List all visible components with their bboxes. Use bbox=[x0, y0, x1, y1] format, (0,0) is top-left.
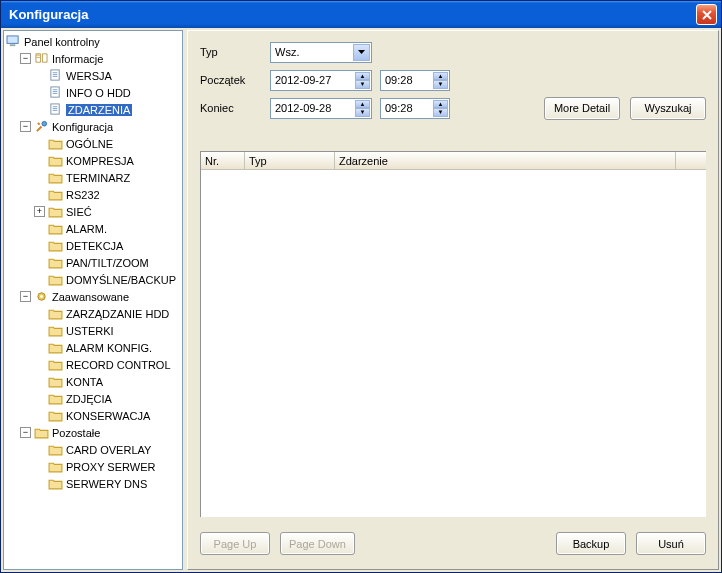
tree-domyslne-label: DOMYŚLNE/BACKUP bbox=[66, 274, 176, 286]
tree-rs232[interactable]: RS232 bbox=[34, 186, 180, 203]
tree-card-overlay[interactable]: CARD OVERLAY bbox=[34, 441, 180, 458]
spinner-buttons[interactable]: ▲▼ bbox=[355, 72, 370, 89]
tree-konta-label: KONTA bbox=[66, 376, 103, 388]
chevron-down-icon[interactable] bbox=[353, 44, 370, 61]
row-koniec: Koniec 2012-09-28 ▲▼ 09:28 ▲▼ More Detai… bbox=[200, 97, 706, 119]
folder-icon bbox=[48, 256, 63, 269]
tree-usterki[interactable]: USTERKI bbox=[34, 322, 180, 339]
tree-kompresja[interactable]: KOMPRESJA bbox=[34, 152, 180, 169]
close-button[interactable] bbox=[696, 4, 717, 25]
more-detail-button[interactable]: More Detail bbox=[544, 97, 620, 120]
chevron-down-icon[interactable]: ▼ bbox=[433, 80, 448, 89]
col-nr[interactable]: Nr. bbox=[201, 152, 245, 169]
tools-icon bbox=[34, 120, 49, 133]
tree-zaawansowane[interactable]: − Zaawansowane bbox=[20, 288, 180, 305]
tree-wersja[interactable]: WERSJA bbox=[34, 67, 180, 84]
tree-ptz[interactable]: PAN/TILT/ZOOM bbox=[34, 254, 180, 271]
folder-icon bbox=[48, 392, 63, 405]
svg-rect-3 bbox=[51, 87, 59, 97]
koniec-time-input[interactable]: 09:28 ▲▼ bbox=[380, 98, 450, 119]
tree-record-control[interactable]: RECORD CONTROL bbox=[34, 356, 180, 373]
tree-detekcja[interactable]: DETEKCJA bbox=[34, 237, 180, 254]
tree-domyslne[interactable]: DOMYŚLNE/BACKUP bbox=[34, 271, 180, 288]
tree-informacje[interactable]: − Informacje bbox=[20, 50, 180, 67]
tree-terminarz[interactable]: TERMINARZ bbox=[34, 169, 180, 186]
spinner-buttons[interactable]: ▲▼ bbox=[433, 72, 448, 89]
svg-rect-4 bbox=[51, 104, 59, 114]
poczatek-date-input[interactable]: 2012-09-27 ▲▼ bbox=[270, 70, 372, 91]
backup-button[interactable]: Backup bbox=[556, 532, 626, 555]
nav-tree[interactable]: Panel kontrolny − Informacje WERSJA bbox=[3, 30, 183, 570]
tree-root-node[interactable]: Panel kontrolny bbox=[6, 33, 180, 50]
page-up-button[interactable]: Page Up bbox=[200, 532, 270, 555]
usun-button[interactable]: Usuń bbox=[636, 532, 706, 555]
tree-konserwacja[interactable]: KONSERWACJA bbox=[34, 407, 180, 424]
koniec-date-input[interactable]: 2012-09-28 ▲▼ bbox=[270, 98, 372, 119]
wyszukaj-button[interactable]: Wyszukaj bbox=[630, 97, 706, 120]
folder-icon bbox=[48, 205, 63, 218]
expand-icon[interactable]: + bbox=[34, 206, 45, 217]
tree-alarm[interactable]: ALARM. bbox=[34, 220, 180, 237]
tree-konfiguracja[interactable]: − Konfiguracja bbox=[20, 118, 180, 135]
col-zdarzenie[interactable]: Zdarzenie bbox=[335, 152, 676, 169]
typ-dropdown[interactable]: Wsz. bbox=[270, 42, 372, 63]
folder-icon bbox=[48, 222, 63, 235]
chevron-up-icon[interactable]: ▲ bbox=[433, 72, 448, 81]
tree-proxy-serwer[interactable]: PROXY SERWER bbox=[34, 458, 180, 475]
collapse-icon[interactable]: − bbox=[20, 427, 31, 438]
tree-zdarzenia[interactable]: ZDARZENIA bbox=[34, 101, 180, 118]
folder-icon bbox=[48, 154, 63, 167]
bottom-toolbar: Page Up Page Down Backup Usuń bbox=[200, 532, 706, 555]
folder-icon bbox=[48, 409, 63, 422]
main-panel: Typ Wsz. Początek 2012-09-27 ▲▼ 09:28 ▲▼ bbox=[187, 30, 719, 570]
chevron-down-icon[interactable]: ▼ bbox=[355, 108, 370, 117]
chevron-up-icon[interactable]: ▲ bbox=[355, 100, 370, 109]
close-icon bbox=[702, 10, 712, 20]
folder-icon bbox=[48, 358, 63, 371]
tree-serwery-dns-label: SERWERY DNS bbox=[66, 478, 147, 490]
col-empty[interactable] bbox=[676, 152, 706, 169]
collapse-icon[interactable]: − bbox=[20, 53, 31, 64]
tree-konfiguracja-label: Konfiguracja bbox=[52, 121, 113, 133]
chevron-up-icon[interactable]: ▲ bbox=[355, 72, 370, 81]
chevron-down-icon[interactable]: ▼ bbox=[355, 80, 370, 89]
monitor-icon bbox=[6, 35, 21, 48]
page-icon bbox=[48, 86, 63, 99]
tree-ogolne[interactable]: OGÓLNE bbox=[34, 135, 180, 152]
tree-proxy-serwer-label: PROXY SERWER bbox=[66, 461, 155, 473]
koniec-label: Koniec bbox=[200, 102, 270, 114]
typ-value: Wsz. bbox=[275, 46, 299, 58]
poczatek-label: Początek bbox=[200, 74, 270, 86]
gear-icon bbox=[34, 290, 49, 303]
tree-konta[interactable]: KONTA bbox=[34, 373, 180, 390]
koniec-time-value: 09:28 bbox=[385, 102, 413, 114]
page-down-button[interactable]: Page Down bbox=[280, 532, 355, 555]
tree-pozostale[interactable]: − Pozostałe bbox=[20, 424, 180, 441]
tree-terminarz-label: TERMINARZ bbox=[66, 172, 130, 184]
folder-icon bbox=[48, 273, 63, 286]
tree-detekcja-label: DETEKCJA bbox=[66, 240, 123, 252]
poczatek-time-input[interactable]: 09:28 ▲▼ bbox=[380, 70, 450, 91]
tree-siec[interactable]: +SIEĆ bbox=[34, 203, 180, 220]
tree-info-hdd[interactable]: INFO O HDD bbox=[34, 84, 180, 101]
collapse-icon[interactable]: − bbox=[20, 121, 31, 132]
events-table[interactable]: Nr. Typ Zdarzenie bbox=[200, 151, 706, 517]
tree-zarz-hdd[interactable]: ZARZĄDZANIE HDD bbox=[34, 305, 180, 322]
tree-siec-label: SIEĆ bbox=[66, 206, 92, 218]
col-typ[interactable]: Typ bbox=[245, 152, 335, 169]
tree-serwery-dns[interactable]: SERWERY DNS bbox=[34, 475, 180, 492]
book-icon bbox=[34, 52, 49, 65]
tree-alarm-konfig[interactable]: ALARM KONFIG. bbox=[34, 339, 180, 356]
spinner-buttons[interactable]: ▲▼ bbox=[355, 100, 370, 117]
chevron-up-icon[interactable]: ▲ bbox=[433, 100, 448, 109]
tree-alarm-label: ALARM. bbox=[66, 223, 107, 235]
tree-pozostale-label: Pozostałe bbox=[52, 427, 100, 439]
folder-icon bbox=[48, 375, 63, 388]
tree-zdjecia[interactable]: ZDJĘCIA bbox=[34, 390, 180, 407]
spinner-buttons[interactable]: ▲▼ bbox=[433, 100, 448, 117]
collapse-icon[interactable]: − bbox=[20, 291, 31, 302]
chevron-down-icon[interactable]: ▼ bbox=[433, 108, 448, 117]
tree-zaawansowane-label: Zaawansowane bbox=[52, 291, 129, 303]
typ-label: Typ bbox=[200, 46, 270, 58]
tree-card-overlay-label: CARD OVERLAY bbox=[66, 444, 151, 456]
